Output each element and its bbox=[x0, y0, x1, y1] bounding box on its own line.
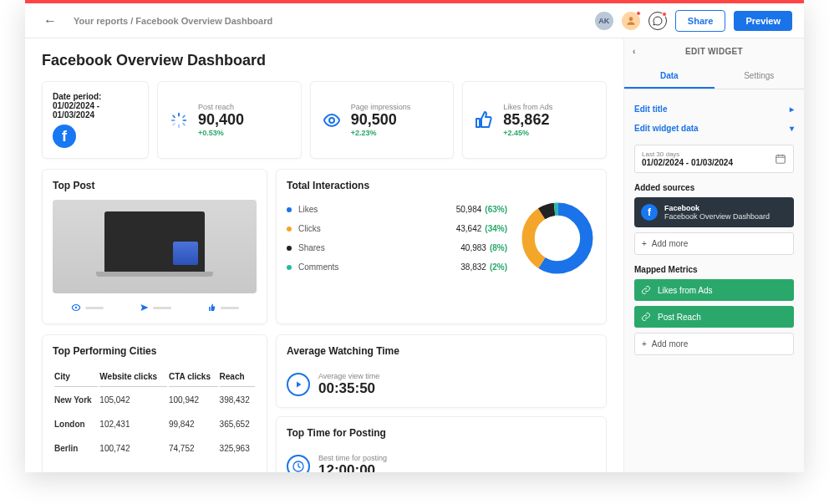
likes-ads-value: 85,862 bbox=[503, 111, 552, 129]
date-period-card: Date period: 01/02/2024 - 01/03/2024 f bbox=[42, 81, 149, 159]
post-reach-card: Post reach 90,400 +0.53% bbox=[157, 81, 302, 159]
facebook-logo-icon: f bbox=[53, 125, 76, 148]
breadcrumb[interactable]: Your reports / Facebook Overview Dashboa… bbox=[74, 16, 585, 26]
source-name: Facebook bbox=[664, 204, 770, 212]
svg-rect-6 bbox=[182, 122, 186, 126]
edit-widget-data-link[interactable]: Edit widget data▾ bbox=[634, 119, 794, 138]
thumbs-up-icon bbox=[207, 303, 217, 313]
cities-header-web: Website clicks bbox=[99, 367, 167, 387]
watch-value: 00:35:50 bbox=[318, 380, 379, 397]
post-time-value: 12:00:00 bbox=[318, 462, 387, 472]
link-icon bbox=[641, 285, 651, 295]
impressions-value: 90,500 bbox=[351, 111, 411, 129]
edit-widget-panel: ‹ EDIT WIDGET Data Settings Edit title▸ … bbox=[623, 38, 804, 472]
chat-button[interactable] bbox=[648, 12, 667, 30]
preview-button[interactable]: Preview bbox=[734, 11, 792, 31]
top-post-title: Top Post bbox=[53, 180, 257, 191]
notification-dot bbox=[636, 11, 641, 16]
top-post-card: Top Post bbox=[42, 169, 267, 324]
plus-icon: + bbox=[642, 239, 647, 248]
share-button[interactable]: Share bbox=[675, 10, 726, 32]
dashboard: Facebook Overview Dashboard Date period:… bbox=[25, 38, 623, 472]
watch-time-card: Average Watching Time Average view time … bbox=[276, 334, 607, 408]
interaction-row-comments: Comments38,832(2%) bbox=[287, 257, 507, 277]
watch-label: Average view time bbox=[318, 372, 379, 380]
table-row: New York105,042100,942398,432 bbox=[54, 389, 255, 411]
interaction-row-likes: Likes50,984(63%) bbox=[287, 200, 507, 219]
donut-chart bbox=[519, 200, 596, 277]
calendar-icon bbox=[775, 153, 786, 165]
likes-ads-label: Likes from Ads bbox=[503, 103, 552, 111]
topbar-right: AK Share Preview bbox=[595, 10, 792, 32]
eye-icon bbox=[321, 109, 343, 131]
date-range-label: Last 30 days bbox=[642, 150, 733, 158]
plus-icon: + bbox=[642, 339, 647, 349]
chevron-down-icon: ▾ bbox=[790, 124, 794, 133]
laptop-illustration bbox=[96, 211, 213, 283]
send-icon bbox=[140, 303, 150, 313]
edit-panel-back-button[interactable]: ‹ bbox=[633, 47, 636, 56]
mid-row: Top Post Total Interactions bbox=[42, 169, 607, 324]
impressions-change: +2.23% bbox=[351, 129, 411, 137]
main-area: Facebook Overview Dashboard Date period:… bbox=[25, 38, 804, 472]
date-period-value: 01/02/2024 - 01/03/2024 bbox=[53, 101, 138, 120]
interaction-row-shares: Shares40,983(8%) bbox=[287, 238, 507, 257]
added-sources-title: Added sources bbox=[634, 183, 794, 192]
add-source-button[interactable]: +Add more bbox=[634, 232, 794, 255]
svg-rect-5 bbox=[172, 115, 176, 119]
svg-rect-3 bbox=[171, 120, 175, 121]
watch-title: Average Watching Time bbox=[287, 345, 596, 357]
eye-icon bbox=[70, 302, 82, 313]
svg-rect-8 bbox=[172, 122, 176, 126]
app-shell: ← Your reports / Facebook Overview Dashb… bbox=[25, 0, 804, 472]
avatar-user2[interactable] bbox=[622, 12, 640, 30]
edit-title-link[interactable]: Edit title▸ bbox=[634, 99, 794, 119]
topbar: ← Your reports / Facebook Overview Dashb… bbox=[25, 3, 804, 38]
play-icon bbox=[287, 373, 310, 396]
svg-point-10 bbox=[75, 307, 77, 308]
tab-settings[interactable]: Settings bbox=[715, 64, 805, 89]
svg-point-0 bbox=[628, 17, 633, 21]
page-impressions-card: Page impressions 90,500 +2.23% bbox=[310, 81, 455, 159]
interactions-list: Likes50,984(63%) Clicks43,642(34%) Share… bbox=[287, 200, 507, 277]
notification-dot bbox=[662, 12, 667, 17]
post-thumbnail[interactable] bbox=[53, 200, 257, 293]
date-range-picker[interactable]: Last 30 days 01/02/2024 - 01/03/2024 bbox=[634, 145, 794, 173]
cities-header-city: City bbox=[54, 367, 98, 387]
tab-data[interactable]: Data bbox=[624, 64, 715, 89]
date-period-label: Date period: bbox=[53, 92, 138, 101]
facebook-icon: f bbox=[641, 204, 658, 221]
avatar-ak-label: AK bbox=[598, 17, 609, 25]
cities-header-cta: CTA clicks bbox=[169, 367, 218, 387]
mapped-metric-reach[interactable]: Post Reach bbox=[634, 306, 794, 328]
link-icon bbox=[641, 312, 651, 322]
metrics-row: Date period: 01/02/2024 - 01/03/2024 f P… bbox=[42, 81, 607, 159]
avatar-ak[interactable]: AK bbox=[595, 12, 613, 30]
post-time-card: Top Time for Posting Best time for posti… bbox=[276, 416, 607, 472]
mapped-metric-likes[interactable]: Likes from Ads bbox=[634, 279, 794, 301]
post-stats bbox=[53, 302, 257, 313]
post-reach-label: Post reach bbox=[198, 103, 244, 111]
page-title: Facebook Overview Dashboard bbox=[42, 52, 607, 69]
post-time-title: Top Time for Posting bbox=[287, 427, 596, 439]
thumbs-up-icon bbox=[473, 109, 495, 131]
user-icon bbox=[625, 15, 637, 27]
add-metric-button[interactable]: +Add more bbox=[634, 333, 794, 355]
cities-card: Top Performing Cities City Website click… bbox=[42, 334, 267, 472]
svg-rect-7 bbox=[182, 115, 186, 119]
edit-panel-tabs: Data Settings bbox=[624, 64, 804, 89]
edit-panel-header: ‹ EDIT WIDGET bbox=[624, 38, 804, 64]
post-reach-change: +0.53% bbox=[198, 129, 244, 137]
post-stat-views bbox=[70, 302, 104, 313]
right-column: Average Watching Time Average view time … bbox=[276, 334, 607, 472]
bottom-row: Top Performing Cities City Website click… bbox=[42, 334, 607, 472]
back-button[interactable]: ← bbox=[37, 10, 64, 32]
post-stat-likes bbox=[207, 303, 239, 313]
chevron-right-icon: ▸ bbox=[790, 104, 794, 114]
cities-header-reach: Reach bbox=[220, 367, 255, 387]
edit-panel-content: Edit title▸ Edit widget data▾ Last 30 da… bbox=[624, 89, 804, 365]
svg-rect-4 bbox=[183, 120, 187, 121]
source-facebook[interactable]: f Facebook Facebook Overview Dashboard bbox=[634, 197, 794, 227]
cities-title: Top Performing Cities bbox=[53, 345, 257, 357]
impressions-label: Page impressions bbox=[351, 103, 411, 111]
